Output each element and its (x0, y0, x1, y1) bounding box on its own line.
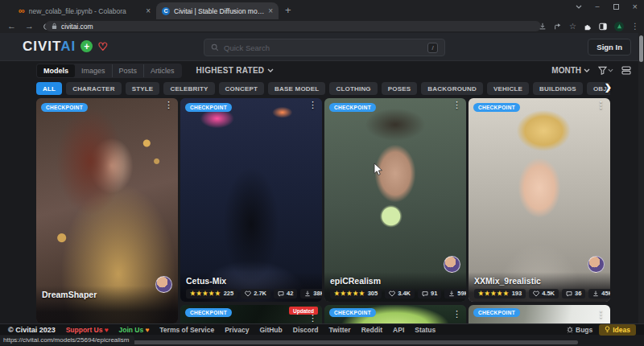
creator-avatar[interactable] (155, 276, 172, 293)
category-chip-clothing[interactable]: CLOTHING (329, 82, 377, 95)
downloads-stat[interactable]: 59K (444, 289, 466, 299)
tab-close-icon[interactable]: × (268, 6, 273, 15)
category-chip-celebrity[interactable]: CELEBRITY (163, 82, 214, 95)
share-icon[interactable] (554, 23, 562, 31)
footer-link-discord[interactable]: Discord (293, 326, 319, 334)
card-menu-kebab-icon[interactable]: ⋮ (164, 101, 173, 109)
comments-stat[interactable]: 42 (274, 289, 297, 299)
tab-articles[interactable]: Articles (143, 64, 181, 77)
category-chip-background[interactable]: BACKGROUND (421, 82, 483, 95)
model-card-epicrealism[interactable]: CHECKPOINT ⋮ epiCRealism ★★★★★305 3.4K 9… (324, 98, 466, 302)
model-card-xxmix[interactable]: CHECKPOINT ⋮ XXMix_9realistic ★★★★★193 4… (469, 98, 610, 302)
card-menu-kebab-icon[interactable]: ⋮ (452, 310, 461, 319)
extensions-icon[interactable] (584, 23, 592, 31)
comment-icon (278, 290, 284, 297)
profile-avatar[interactable] (614, 22, 624, 31)
back-button[interactable]: ← (7, 22, 16, 31)
content-type-tabs: Models Images Posts Articles (36, 64, 182, 78)
filter-dropdown[interactable] (598, 66, 613, 75)
model-card-partial[interactable]: CHECKPOINT ⋮ (469, 305, 610, 323)
bugs-button[interactable]: Bugs (567, 326, 592, 334)
tab-images[interactable]: Images (75, 64, 112, 77)
chip-scroll-right-icon[interactable]: ❯ (605, 82, 612, 93)
sort-dropdown[interactable]: HIGHEST RATED (196, 66, 275, 75)
tab-title: Civitai | Stable Diffusion models (174, 7, 264, 15)
side-panel-icon[interactable] (599, 23, 607, 31)
footer-link-reddit[interactable]: Reddit (361, 326, 382, 334)
footer-link-twitter[interactable]: Twitter (328, 326, 350, 334)
download-icon[interactable] (539, 23, 547, 31)
scrollbar-thumb[interactable] (639, 35, 643, 62)
menu-kebab-icon[interactable]: ⋮ (631, 22, 639, 31)
footer-link-terms[interactable]: Terms of Service (159, 326, 214, 334)
likes-stat[interactable]: 3.4K (385, 289, 415, 299)
ideas-button[interactable]: Ideas (599, 324, 636, 336)
card-menu-kebab-icon[interactable]: ⋮ (597, 101, 605, 109)
category-chip-buildings[interactable]: BUILDINGS (533, 82, 583, 95)
footer-link-github[interactable]: GitHub (259, 326, 282, 334)
likes-stat[interactable]: 2.7K (241, 289, 270, 299)
model-card-partial[interactable]: CHECKPOINT ⋮ (324, 305, 466, 323)
sign-in-button[interactable]: Sign In (588, 39, 631, 56)
horizontal-scrollbar-thumb[interactable] (121, 340, 578, 344)
card-menu-kebab-icon[interactable]: ⋮ (308, 101, 317, 109)
period-dropdown[interactable]: MONTH (551, 66, 590, 75)
category-chip-base-model[interactable]: BASE MODEL (268, 82, 325, 95)
vertical-scrollbar[interactable] (638, 33, 644, 335)
footer-link-api[interactable]: API (393, 326, 404, 334)
footer-link-privacy[interactable]: Privacy (225, 326, 249, 334)
status-bar-url: https://civitai.com/models/25694/epicrea… (0, 336, 134, 345)
forward-button[interactable]: → (25, 22, 34, 31)
url-bar[interactable]: civitai.com (45, 21, 541, 31)
upload-plus-button[interactable]: + (80, 40, 93, 52)
footer-link-support[interactable]: Support Us♥ (66, 326, 109, 334)
category-chip-character[interactable]: CHARACTER (66, 82, 121, 95)
downloads-count: 59K (457, 290, 466, 297)
rating-count: 225 (224, 290, 234, 297)
model-card-partial[interactable]: CHECKPOINT Updated ⋮ (180, 305, 322, 323)
download-icon (592, 290, 599, 297)
likes-stat[interactable]: 4.5K (529, 289, 559, 299)
checkpoint-badge: CHECKPOINT (41, 103, 88, 112)
new-tab-button[interactable]: + (285, 4, 291, 16)
layout-toggle-icon[interactable] (621, 66, 631, 75)
maximize-button[interactable] (613, 4, 619, 10)
tab-models[interactable]: Models (37, 64, 75, 77)
tab-search-chevron-icon[interactable] (576, 5, 582, 9)
tab-close-icon[interactable]: × (146, 6, 151, 15)
category-chip-vehicle[interactable]: VEHICLE (487, 82, 529, 95)
tab-civitai[interactable]: C Civitai | Stable Diffusion models × (156, 2, 279, 19)
category-chip-poses[interactable]: POSES (382, 82, 418, 95)
creator-avatar[interactable] (588, 256, 605, 273)
comment-icon (566, 290, 572, 297)
model-card-dreamshaper[interactable]: CHECKPOINT ⋮ DreamShaper (36, 98, 178, 323)
rating-stat: ★★★★★193 (474, 289, 526, 299)
footer-link-join[interactable]: Join Us♥ (119, 326, 150, 334)
card-menu-kebab-icon[interactable]: ⋮ (308, 314, 317, 323)
bookmark-star-icon[interactable]: ☆ (569, 22, 576, 31)
category-chip-all[interactable]: ALL (36, 82, 62, 95)
tab-posts[interactable]: Posts (112, 64, 144, 77)
card-menu-kebab-icon[interactable]: ⋮ (452, 101, 461, 109)
sort-label: HIGHEST RATED (196, 66, 265, 75)
comments-stat[interactable]: 91 (418, 289, 441, 299)
downloads-stat[interactable]: 45K (588, 289, 610, 299)
updated-badge: Updated (289, 307, 318, 315)
category-chip-style[interactable]: STYLE (126, 82, 160, 95)
downloads-stat[interactable]: 38K (300, 289, 322, 299)
footer-link-status[interactable]: Status (415, 326, 436, 334)
minimize-button[interactable]: – (596, 2, 600, 10)
heart-icon: ♥ (104, 326, 108, 334)
category-chip-concept[interactable]: CONCEPT (219, 82, 265, 95)
civitai-logo[interactable]: CIVITAI + ♡ (23, 39, 108, 53)
comments-stat[interactable]: 36 (562, 289, 585, 299)
heart-icon (245, 290, 251, 297)
tab-colab[interactable]: ∞ new_colab_file.ipynb - Colabora × (13, 2, 156, 19)
model-card-cetus-mix[interactable]: CHECKPOINT ⋮ Cetus-Mix ★★★★★225 2.7K 42 … (180, 98, 322, 302)
search-input[interactable]: Quick Search / (204, 39, 445, 56)
heart-icon[interactable]: ♡ (97, 41, 108, 52)
card-menu-kebab-icon[interactable]: ⋮ (597, 310, 605, 319)
likes-count: 2.7K (254, 290, 266, 297)
close-window-button[interactable]: × (633, 2, 638, 11)
creator-avatar[interactable] (444, 256, 460, 273)
